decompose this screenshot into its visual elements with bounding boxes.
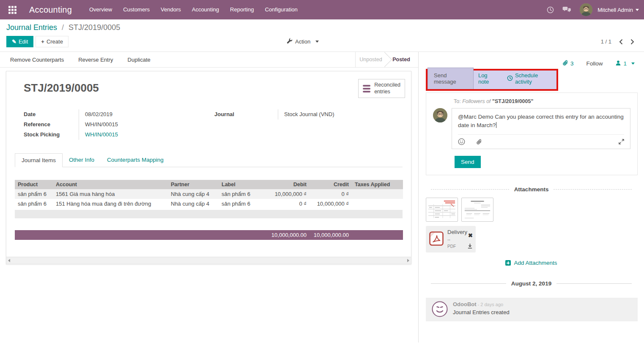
journal-items-table: Product Account Partner Label Debit Cred… <box>15 180 403 209</box>
duplicate-button[interactable]: Duplicate <box>128 57 151 63</box>
chatter-message: OdooBot- 2 days ago Journal Entries crea… <box>426 298 638 321</box>
pdf-attachment-card[interactable]: Delivery .. ✖ PDF <box>426 226 476 253</box>
pager-value: 1 / 1 <box>601 38 611 45</box>
user-menu[interactable]: Mitchell Admin <box>597 7 639 13</box>
tab-counterparts-mapping[interactable]: Counterparts Mapping <box>101 153 170 167</box>
date-label: Date <box>24 109 79 120</box>
apps-menu-icon[interactable] <box>8 6 16 14</box>
attach-file-icon[interactable] <box>476 139 482 145</box>
remove-counterparts-button[interactable]: Remove Counterparts <box>10 57 64 63</box>
caret-down-icon <box>315 41 319 43</box>
attachment-thumbnail-1[interactable] <box>426 198 458 222</box>
empty-table-row <box>15 210 403 218</box>
action-label: Action <box>295 38 310 45</box>
reconciled-entries-button[interactable]: Reconciledentries <box>358 79 405 98</box>
reverse-entry-button[interactable]: Reverse Entry <box>78 57 113 63</box>
message-draft-text: @Marc Demo Can you please correct this e… <box>458 114 624 128</box>
breadcrumb-current: STJ/2019/0005 <box>69 23 120 32</box>
person-icon <box>615 60 621 67</box>
scroll-right-icon[interactable] <box>407 259 409 262</box>
menu-vendors[interactable]: Vendors <box>155 0 186 19</box>
message-input[interactable]: @Marc Demo Can you please correct this e… <box>452 108 630 149</box>
follow-button[interactable]: Follow <box>586 60 603 67</box>
followers-menu[interactable]: 1 <box>615 60 635 67</box>
send-button[interactable]: Send <box>455 156 481 168</box>
menu-customers[interactable]: Customers <box>118 0 155 19</box>
attachment-count: 3 <box>570 60 574 67</box>
attachments-counter[interactable]: 3 <box>562 60 574 68</box>
chatter-panel: 3 Follow 1 Send message Log note Schedul… <box>419 52 644 342</box>
menu-accounting[interactable]: Accounting <box>186 0 225 19</box>
list-bars-icon <box>363 85 370 92</box>
status-unposted[interactable]: Unposted <box>356 52 386 67</box>
attachment-thumbnail-2[interactable] <box>461 198 493 222</box>
app-title[interactable]: Accounting <box>29 5 72 15</box>
emoji-icon[interactable] <box>458 138 465 145</box>
col-label: Label <box>219 180 261 189</box>
main-menu: Overview Customers Vendors Accounting Re… <box>84 0 303 19</box>
journal-item-row[interactable]: sản phẩm 6 151 Hàng hóa mua đang đi trên… <box>15 199 403 209</box>
message-author: OdooBot <box>453 301 477 307</box>
form-sheet: STJ/2019/0005 Reconciledentries Date08/0… <box>6 71 411 264</box>
date-divider: August 2, 2019 <box>426 280 637 287</box>
tab-journal-items[interactable]: Journal Items <box>15 153 63 167</box>
message-timestamp: - 2 days ago <box>478 302 504 307</box>
table-header-row: Product Account Partner Label Debit Cred… <box>15 180 403 189</box>
col-debit: Debit <box>261 180 310 189</box>
activities-clock-icon[interactable] <box>547 6 554 14</box>
annotation-red-box: Send message Log note Schedule activity <box>426 69 558 91</box>
clock-icon <box>507 75 513 82</box>
action-dropdown[interactable]: Action <box>287 38 319 45</box>
download-icon[interactable] <box>467 243 473 250</box>
pager-next-icon[interactable] <box>630 39 634 45</box>
journal-label: Journal <box>214 109 278 120</box>
journal-item-row[interactable]: sản phẩm 6 1561 Giá mua hàng hóa Nhà cun… <box>15 189 403 199</box>
delete-attachment-icon[interactable]: ✖ <box>468 232 473 239</box>
col-account: Account <box>53 180 168 189</box>
scroll-left-icon[interactable] <box>8 259 10 262</box>
breadcrumb-journal-entries[interactable]: Journal Entries <box>6 23 57 32</box>
caret-down-icon <box>631 62 635 65</box>
menu-configuration[interactable]: Configuration <box>259 0 303 19</box>
pager: 1 / 1 <box>601 38 634 45</box>
date-value: 08/02/2019 <box>79 109 214 120</box>
field-group: Date08/02/2019 ReferenceWH/IN/00015 Stoc… <box>6 98 411 140</box>
menu-reporting[interactable]: Reporting <box>225 0 259 19</box>
tab-send-message[interactable]: Send message <box>428 68 474 89</box>
breadcrumb: Journal Entries / STJ/2019/0005 <box>6 23 638 32</box>
top-navbar: Accounting Overview Customers Vendors Ac… <box>0 0 644 19</box>
reference-label: Reference <box>24 120 79 130</box>
breadcrumb-separator: / <box>62 23 64 32</box>
messages-chat-icon[interactable] <box>562 6 571 13</box>
odoobot-avatar <box>432 301 448 317</box>
attachments-divider: Attachments <box>426 186 637 193</box>
tab-other-info[interactable]: Other Info <box>63 153 101 167</box>
col-product: Product <box>15 180 53 189</box>
horizontal-scrollbar[interactable] <box>6 257 411 264</box>
caret-down-icon <box>636 9 639 11</box>
stock-picking-label: Stock Picking <box>24 130 79 140</box>
expand-composer-icon[interactable] <box>619 139 624 144</box>
message-composer: To: Followers of "STJ/2019/0005" @Marc D… <box>426 92 638 175</box>
add-attachments-button[interactable]: Add Attachments <box>419 260 644 266</box>
tab-log-note[interactable]: Log note <box>474 68 502 89</box>
totals-row: 10,000,000.00 10,000,000.00 <box>15 230 403 240</box>
total-debit: 10,000,000.00 <box>261 230 310 240</box>
col-credit: Credit <box>310 180 352 189</box>
tab-schedule-activity[interactable]: Schedule activity <box>502 68 556 89</box>
composer-avatar <box>433 108 447 122</box>
create-button[interactable]: +Create <box>36 36 69 47</box>
form-view: Remove Counterparts Reverse Entry Duplic… <box>0 52 419 342</box>
plus-icon: + <box>41 38 44 45</box>
pager-previous-icon[interactable] <box>619 39 623 45</box>
col-partner: Partner <box>168 180 219 189</box>
pdf-file-name[interactable]: Delivery .. <box>447 229 467 242</box>
recipients-line: To: Followers of "STJ/2019/0005" <box>454 97 630 108</box>
menu-overview[interactable]: Overview <box>84 0 118 19</box>
user-avatar[interactable] <box>580 3 592 16</box>
create-label: Create <box>47 38 63 45</box>
stock-picking-link[interactable]: WH/IN/00015 <box>79 130 214 140</box>
notebook-tabs: Journal Items Other Info Counterparts Ma… <box>15 153 403 167</box>
pdf-file-icon <box>429 231 444 247</box>
edit-button[interactable]: ✎Edit <box>6 36 33 47</box>
